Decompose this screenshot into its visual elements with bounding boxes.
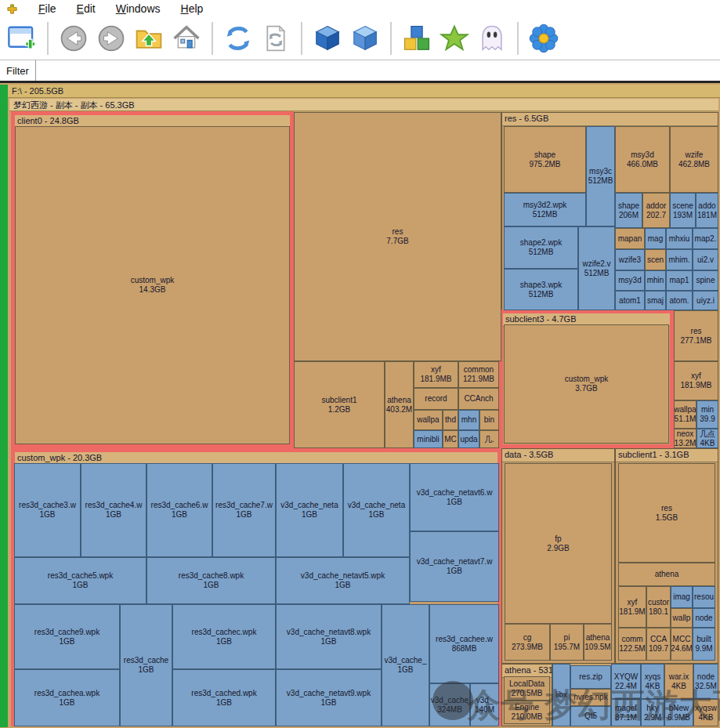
treemap-cell[interactable]: res.zip [570, 665, 611, 689]
flower-icon[interactable] [528, 23, 559, 54]
treemap-cell[interactable]: v3d_cache_netavt5.wpk 1GB [276, 557, 410, 604]
treemap-cell[interactable]: bNew 6.9MB [664, 699, 693, 726]
treemap-cell[interactable]: common 121.9MB [458, 361, 499, 388]
treemap-cell[interactable]: wallpa 51.1M [674, 400, 696, 429]
treemap-cell[interactable]: v3d_cache_ 1GB [382, 604, 429, 726]
treemap-cell[interactable]: thd [443, 410, 458, 430]
menu-windows[interactable]: Windows [116, 2, 161, 15]
treemap-cell[interactable]: upda [458, 430, 479, 448]
treemap-cell[interactable]: bin [479, 410, 499, 430]
treemap-cell[interactable]: war.ix 4KB [664, 664, 693, 699]
treemap-canvas[interactable]: F:\ - 205.5GB 梦幻西游 - 副本 - 副本 - 65.3GB cl… [0, 81, 720, 728]
treemap-cell[interactable]: v3d_ 140M [470, 683, 499, 726]
treemap-cell[interactable]: res3d_cache 1GB [120, 604, 172, 726]
treemap-cell[interactable]: res3d_cache7.w 1GB [212, 463, 276, 557]
treemap-cell[interactable]: map1 [666, 270, 693, 291]
menu-edit[interactable]: Edit [77, 2, 96, 15]
treemap-cell[interactable]: imag [671, 586, 693, 608]
treemap-cell[interactable]: res3d_cache6.w 1GB [147, 463, 212, 557]
treemap-cell[interactable]: Qt5 [570, 706, 611, 726]
treemap-cell[interactable]: xyf 181.9M [618, 586, 646, 628]
treemap-cell[interactable]: res 7.7GB [294, 112, 501, 361]
treemap-cell[interactable]: map2. [693, 228, 718, 249]
treemap-cell[interactable]: mhim. [666, 249, 693, 270]
treemap-cell[interactable]: custom_wpk 14.3GB [15, 126, 290, 444]
ghost-icon[interactable] [476, 23, 508, 54]
treemap-cell[interactable]: res3d_cachec.wpk 1GB [172, 604, 276, 669]
treemap-cell[interactable]: v3d_cache 324MB [429, 683, 470, 726]
treemap-cell[interactable]: mag [645, 228, 666, 249]
treemap-cell[interactable]: res3d_cache4.w 1GB [81, 463, 147, 557]
treemap-cell[interactable]: CCA 109.7 [646, 628, 671, 661]
treemap-cell[interactable]: res3d_cachea.wpk 1GB [14, 669, 120, 726]
treemap-cell[interactable]: xyqsw 4KB [693, 699, 718, 726]
treemap-cell[interactable]: ui2.v [693, 249, 718, 270]
treemap-cell[interactable]: v3d_cache_netavt8.wpk 1GB [276, 604, 382, 669]
treemap-cell[interactable]: pi 195.7M [550, 624, 584, 661]
treemap-cell[interactable]: custor 180.1 [646, 586, 671, 628]
treemap-cell[interactable]: 几. [479, 430, 499, 448]
treemap-cell[interactable]: hky 2.9M [641, 699, 664, 726]
treemap-cell[interactable]: LocalData 270.5MB [504, 676, 550, 701]
treemap-cell[interactable]: addo 181M [696, 193, 718, 228]
treemap-cell[interactable]: MC [443, 430, 458, 448]
cube-light-icon[interactable] [349, 23, 381, 54]
treemap-cell[interactable]: xyqs 4KB [641, 664, 664, 699]
treemap-cell[interactable]: mhxiu [666, 228, 693, 249]
root-header[interactable]: F:\ - 205.5GB [8, 85, 720, 98]
treemap-cell[interactable]: custom_wpk 3.7GB [504, 324, 669, 444]
treemap-cell[interactable]: res3d_cache3.w 1GB [14, 463, 81, 557]
folder-header[interactable]: 梦幻西游 - 副本 - 副本 - 65.3GB [9, 99, 718, 111]
treemap-cell[interactable]: smaj [645, 291, 666, 310]
treemap-cell[interactable]: spine [693, 270, 718, 291]
menu-file[interactable]: File [38, 2, 56, 15]
treemap-cell[interactable]: v3d_cache_netavt6.w 1GB [410, 463, 499, 531]
treemap-cell[interactable]: res3d_cache9.wpk 1GB [14, 604, 120, 669]
treemap-cell[interactable]: node [693, 608, 715, 628]
treemap-cell[interactable]: MCC 24.6M [671, 628, 693, 661]
treemap-cell[interactable]: msy3c 512MB [586, 126, 615, 226]
treemap-cell[interactable]: res3d_cached.wpk 1GB [172, 669, 276, 726]
back-icon[interactable] [58, 23, 89, 54]
treemap-cell[interactable]: comm 122.5M [618, 628, 646, 661]
treemap-cell[interactable]: nvres.npk [570, 689, 611, 706]
treemap-cell[interactable]: mhn [458, 410, 479, 430]
treemap-cell[interactable]: xyf 181.9MB [414, 361, 458, 388]
treemap-cell[interactable]: v3d_cache_neta 1GB [343, 463, 410, 557]
treemap-cell[interactable]: scene 193M [670, 193, 696, 228]
treemap-cell[interactable]: fp 2.9GB [505, 463, 612, 624]
treemap-cell[interactable]: node 32.5M [693, 664, 718, 699]
treemap-cell[interactable]: res 1.5GB [618, 463, 715, 563]
blocks-icon[interactable] [401, 23, 432, 54]
treemap-cell[interactable]: athena 403.2M [385, 361, 414, 448]
treemap-cell[interactable]: v3d_cache_netavt9.wpk 1GB [276, 669, 382, 726]
treemap-cell[interactable]: mhin [645, 270, 666, 291]
treemap-cell[interactable]: res3d_cachee.w 868MB [429, 604, 499, 683]
treemap-cell[interactable]: neox 13.2M [674, 429, 696, 448]
treemap-cell[interactable]: msy3d2.wpk 512MB [504, 193, 586, 226]
treemap-cell[interactable]: atom1 [615, 291, 645, 310]
forward-icon[interactable] [96, 23, 127, 54]
treemap-cell[interactable]: res 277.1MB [674, 310, 718, 361]
treemap-cell[interactable]: resou [693, 586, 715, 608]
treemap-cell[interactable]: built 9.9M [693, 628, 715, 661]
treemap-cell[interactable]: uiyz.i [693, 291, 718, 310]
refresh-icon[interactable] [223, 23, 254, 54]
treemap-cell[interactable]: res3d_cache8.wpk 1GB [147, 557, 276, 604]
treemap-cell[interactable]: res3d_cache5.wpk 1GB [14, 557, 147, 604]
folder-up-icon[interactable] [133, 23, 165, 54]
treemap-cell[interactable]: subclient1 1.2GB [294, 361, 385, 448]
treemap-cell[interactable]: athena [618, 563, 715, 586]
new-window-icon[interactable] [6, 23, 38, 54]
treemap-cell[interactable]: shape3.wpk 512MB [504, 269, 578, 310]
filter-input[interactable] [35, 60, 720, 81]
home-icon[interactable] [171, 23, 202, 54]
treemap-cell[interactable]: 几点 4KB [696, 429, 718, 448]
treemap-cell[interactable]: shape 206M [615, 193, 642, 228]
treemap-cell[interactable]: XYQW 22.4M [611, 664, 641, 699]
treemap-cell[interactable]: libx [552, 664, 570, 726]
treemap-cell[interactable]: v3d_cache_netavt7.w 1GB [410, 531, 499, 602]
treemap-cell[interactable]: min 39.9 [696, 400, 718, 429]
treemap-cell[interactable]: msy3d 466.0MB [615, 126, 670, 193]
treemap-cell[interactable]: v3d_cache_neta 1GB [276, 463, 343, 557]
